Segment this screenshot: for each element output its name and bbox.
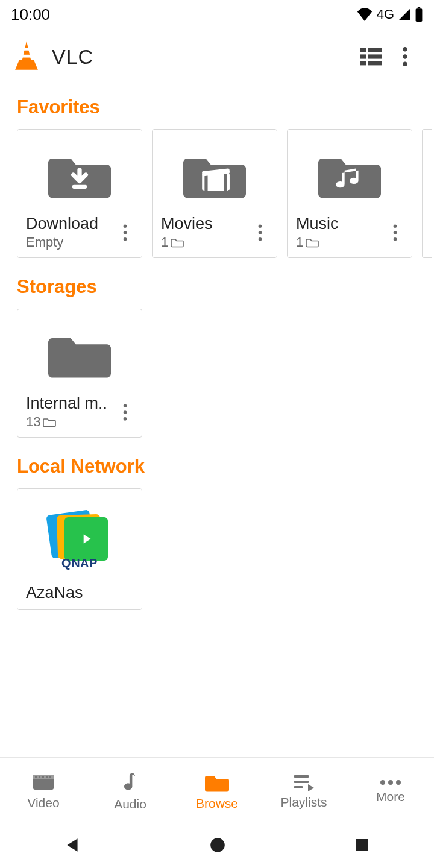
sys-home-button[interactable]	[209, 836, 227, 857]
svg-rect-35	[46, 776, 48, 778]
svg-rect-39	[294, 786, 303, 788]
svg-point-40	[380, 780, 385, 785]
nav-playlists[interactable]: Playlists	[260, 758, 347, 825]
svg-rect-8	[360, 61, 366, 65]
svg-rect-36	[49, 776, 51, 778]
content-area: Favorites Download Empty	[0, 84, 434, 757]
svg-rect-9	[368, 61, 382, 65]
wifi-icon	[356, 8, 373, 21]
more-vert-icon	[403, 47, 407, 66]
svg-point-16	[123, 237, 127, 241]
svg-rect-1	[418, 7, 420, 8]
app-bar: VLC	[0, 29, 434, 84]
section-favorites-title: Favorites	[0, 90, 434, 129]
card-subtitle: 13	[26, 414, 116, 430]
svg-point-41	[388, 780, 393, 785]
svg-point-24	[393, 224, 397, 228]
folder-icon	[48, 329, 111, 380]
nav-label: Playlists	[280, 795, 327, 810]
svg-rect-4	[360, 48, 366, 52]
favorite-card-music[interactable]: Music 1	[287, 129, 412, 258]
audio-icon	[121, 772, 139, 793]
battery-icon	[415, 7, 423, 22]
nav-label: Video	[27, 796, 59, 810]
svg-point-21	[258, 224, 262, 228]
sys-back-button[interactable]	[63, 836, 81, 857]
svg-rect-5	[368, 48, 382, 52]
favorite-card-download[interactable]: Download Empty	[17, 129, 142, 258]
signal-icon	[398, 8, 411, 21]
home-circle-icon	[209, 836, 227, 854]
card-title: Internal m..	[26, 394, 116, 413]
card-more-button[interactable]	[116, 218, 133, 247]
svg-rect-34	[42, 776, 44, 778]
favorite-card-peek[interactable]	[422, 129, 432, 258]
folder-small-icon	[43, 417, 56, 427]
card-title: Movies	[161, 215, 251, 233]
card-title: Music	[296, 215, 386, 233]
status-right: 4G	[356, 7, 423, 22]
storages-row: Internal m.. 13	[0, 309, 434, 438]
card-more-button[interactable]	[116, 398, 133, 427]
card-title: AzaNas	[26, 583, 133, 602]
qnap-brand: QNAP	[46, 556, 113, 570]
back-triangle-icon	[63, 836, 81, 854]
nav-label: Browse	[196, 796, 238, 811]
card-subtitle: Empty	[26, 234, 116, 250]
svg-rect-37	[294, 775, 309, 778]
nav-label: Audio	[114, 797, 146, 811]
view-list-button[interactable]	[354, 40, 388, 74]
svg-rect-6	[360, 54, 366, 58]
card-subtitle: 1	[161, 234, 251, 250]
music-folder-icon	[318, 149, 381, 200]
folder-small-icon	[171, 237, 184, 248]
svg-point-12	[403, 62, 407, 66]
status-bar: 10:00 4G	[0, 0, 434, 29]
network-label: 4G	[377, 7, 394, 22]
svg-rect-7	[368, 54, 382, 58]
section-storages-title: Storages	[0, 258, 434, 309]
svg-rect-3	[22, 55, 31, 58]
favorites-row[interactable]: Download Empty Mo	[0, 129, 434, 258]
card-subtitle: 1	[296, 234, 386, 250]
svg-rect-13	[72, 184, 87, 188]
nav-label: More	[376, 790, 405, 804]
video-icon	[31, 773, 55, 792]
card-more-button[interactable]	[251, 218, 268, 247]
svg-point-42	[396, 780, 401, 785]
svg-rect-38	[294, 781, 309, 783]
sys-recents-button[interactable]	[354, 837, 371, 856]
movies-folder-icon	[183, 149, 246, 200]
more-horiz-icon	[379, 779, 403, 786]
card-more-button[interactable]	[386, 218, 403, 247]
folder-count: 1	[296, 234, 303, 250]
nav-browse[interactable]: Browse	[174, 758, 260, 825]
svg-point-27	[123, 404, 127, 407]
svg-rect-19	[224, 172, 227, 190]
folder-count: 1	[161, 234, 168, 250]
favorite-card-movies[interactable]: Movies 1	[152, 129, 277, 258]
browse-icon	[204, 772, 230, 793]
network-row: QNAP AzaNas	[0, 488, 434, 610]
section-network-title: Local Network	[0, 438, 434, 488]
svg-rect-32	[35, 776, 37, 778]
nav-audio[interactable]: Audio	[87, 758, 174, 825]
overflow-menu-button[interactable]	[388, 40, 422, 74]
nav-video[interactable]: Video	[0, 758, 87, 825]
svg-point-29	[123, 417, 127, 420]
svg-rect-0	[416, 8, 423, 22]
svg-point-14	[123, 224, 127, 228]
svg-rect-44	[356, 839, 368, 851]
more-vert-icon	[123, 404, 127, 421]
folder-small-icon	[306, 237, 319, 248]
more-vert-icon	[393, 224, 397, 241]
view-list-icon	[360, 48, 382, 66]
storage-card-internal[interactable]: Internal m.. 13	[17, 309, 142, 438]
more-vert-icon	[258, 224, 262, 241]
svg-rect-2	[24, 48, 30, 51]
network-card-azanas[interactable]: QNAP AzaNas	[17, 488, 142, 610]
svg-point-43	[210, 838, 225, 852]
qnap-icon: QNAP	[46, 508, 113, 570]
nav-more[interactable]: More	[347, 758, 434, 825]
bottom-nav: Video Audio Browse Playlists More	[0, 757, 434, 825]
